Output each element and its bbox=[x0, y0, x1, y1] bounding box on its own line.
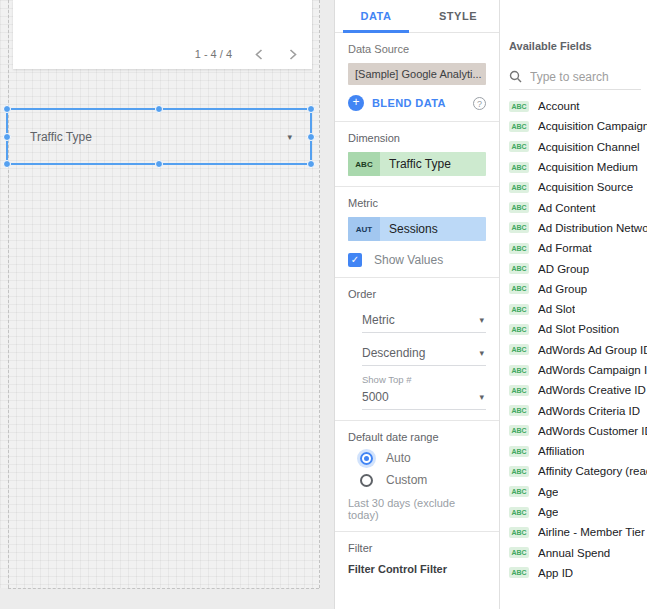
field-type-badge: ABC bbox=[509, 243, 529, 254]
report-canvas[interactable]: 1 - 4 / 4 Traffic Type ▾ bbox=[0, 0, 334, 609]
radio-auto-icon[interactable] bbox=[360, 452, 373, 465]
selection-handle-mid-right[interactable] bbox=[307, 133, 315, 141]
field-list-item[interactable]: ABC AdWords Customer ID bbox=[509, 421, 647, 441]
dropdown-caret-icon: ▾ bbox=[479, 315, 486, 325]
radio-auto-label: Auto bbox=[386, 451, 411, 465]
field-list-item[interactable]: ABC Acquisition Channel bbox=[509, 137, 647, 157]
filter-control-label: Traffic Type bbox=[30, 130, 92, 144]
date-range-summary: Last 30 days (exclude today) bbox=[348, 497, 486, 521]
field-list: ABC Account ABC Acquisition Campaign ABC… bbox=[509, 96, 647, 583]
chevron-right-icon[interactable] bbox=[286, 47, 300, 61]
filter-section: Filter Filter Control Filter bbox=[335, 532, 499, 585]
selection-handle-mid-left[interactable] bbox=[3, 133, 11, 141]
field-list-item[interactable]: ABC Affiliation bbox=[509, 441, 647, 461]
show-top-select[interactable]: 5000 ▾ bbox=[362, 385, 486, 410]
field-search-input[interactable] bbox=[530, 70, 641, 84]
field-type-badge: AUT bbox=[348, 217, 380, 241]
field-type-badge: ABC bbox=[509, 304, 529, 315]
selection-handle-bottom-mid[interactable] bbox=[155, 160, 163, 168]
dropdown-caret-icon[interactable]: ▾ bbox=[287, 132, 292, 142]
table-pagination: 1 - 4 / 4 bbox=[195, 47, 300, 61]
available-fields-title: Available Fields bbox=[509, 40, 647, 52]
tab-data[interactable]: DATA bbox=[335, 0, 417, 32]
field-list-item[interactable]: ABC Ad Slot bbox=[509, 299, 647, 319]
field-type-badge: ABC bbox=[509, 405, 529, 416]
available-fields-panel: Available Fields ABC Account ABC Acquisi… bbox=[500, 0, 647, 609]
metric-section: Metric AUT Sessions ✓ Show Values bbox=[335, 187, 499, 277]
selection-handle-top-left[interactable] bbox=[3, 105, 11, 113]
show-values-row: ✓ Show Values bbox=[348, 253, 486, 267]
page-boundary-left bbox=[8, 0, 9, 588]
field-type-badge: ABC bbox=[348, 152, 380, 176]
properties-panel: DATA STYLE Data Source [Sample] Google A… bbox=[334, 0, 500, 609]
dimension-chip-label: Traffic Type bbox=[380, 152, 486, 176]
search-icon bbox=[509, 70, 522, 83]
dimension-section: Dimension ABC Traffic Type bbox=[335, 122, 499, 186]
field-type-badge: ABC bbox=[509, 222, 529, 233]
field-type-badge: ABC bbox=[509, 446, 529, 457]
field-list-item[interactable]: ABC App ID bbox=[509, 563, 647, 583]
field-list-item[interactable]: ABC Affinity Category (reac... bbox=[509, 461, 647, 481]
show-values-checkbox[interactable]: ✓ bbox=[348, 253, 362, 267]
help-icon[interactable]: ? bbox=[473, 97, 486, 110]
data-source-label: Data Source bbox=[348, 43, 486, 55]
field-list-item[interactable]: ABC Acquisition Source bbox=[509, 177, 647, 197]
radio-custom-icon[interactable] bbox=[360, 474, 373, 487]
field-type-badge: ABC bbox=[509, 324, 529, 335]
metric-chip[interactable]: AUT Sessions bbox=[348, 217, 486, 241]
selection-handle-bottom-right[interactable] bbox=[307, 160, 315, 168]
order-label: Order bbox=[348, 288, 486, 300]
field-list-item[interactable]: ABC AdWords Campaign ID bbox=[509, 360, 647, 380]
selection-handle-bottom-left[interactable] bbox=[3, 160, 11, 168]
field-list-item[interactable]: ABC Airline - Member Tier bbox=[509, 522, 647, 542]
canvas-grid bbox=[0, 0, 320, 588]
field-type-badge: ABC bbox=[509, 527, 529, 538]
order-field-select[interactable]: Metric ▾ bbox=[362, 308, 486, 333]
field-list-item[interactable]: ABC AdWords Creative ID bbox=[509, 380, 647, 400]
plus-icon[interactable]: + bbox=[348, 95, 364, 111]
field-list-item[interactable]: ABC Age bbox=[509, 482, 647, 502]
field-list-item[interactable]: ABC Ad Group bbox=[509, 279, 647, 299]
metric-label: Metric bbox=[348, 197, 486, 209]
show-values-label: Show Values bbox=[374, 253, 443, 267]
field-type-badge: ABC bbox=[509, 162, 529, 173]
field-list-item[interactable]: ABC AdWords Criteria ID bbox=[509, 400, 647, 420]
filter-label: Filter bbox=[348, 542, 486, 554]
field-list-item[interactable]: ABC Age bbox=[509, 502, 647, 522]
field-list-item[interactable]: ABC AD Group bbox=[509, 258, 647, 278]
field-type-badge: ABC bbox=[509, 202, 529, 213]
show-top-value: 5000 bbox=[362, 390, 389, 404]
field-list-item[interactable]: ABC AdWords Ad Group ID bbox=[509, 340, 647, 360]
field-list-item[interactable]: ABC Acquisition Campaign bbox=[509, 116, 647, 136]
page-boundary-bottom bbox=[8, 588, 319, 589]
panel-tabs: DATA STYLE bbox=[335, 0, 499, 33]
field-list-item[interactable]: ABC Ad Format bbox=[509, 238, 647, 258]
selection-handle-top-right[interactable] bbox=[307, 105, 315, 113]
filter-control-traffic-type[interactable]: Traffic Type ▾ bbox=[6, 108, 312, 165]
pagination-label: 1 - 4 / 4 bbox=[195, 48, 232, 60]
field-type-badge: ABC bbox=[509, 101, 529, 112]
field-type-badge: ABC bbox=[509, 141, 529, 152]
data-source-chip[interactable]: [Sample] Google Analyti... bbox=[348, 63, 486, 85]
field-type-badge: ABC bbox=[509, 283, 529, 294]
tab-style[interactable]: STYLE bbox=[417, 0, 499, 32]
order-direction-select[interactable]: Descending ▾ bbox=[362, 341, 486, 366]
field-list-item[interactable]: ABC Acquisition Medium bbox=[509, 157, 647, 177]
field-type-badge: ABC bbox=[509, 385, 529, 396]
filter-control-filter-label: Filter Control Filter bbox=[348, 563, 486, 575]
order-section: Order Metric ▾ Descending ▾ Show Top # 5… bbox=[335, 278, 499, 420]
field-type-badge: ABC bbox=[509, 486, 529, 497]
field-list-item[interactable]: ABC Ad Slot Position bbox=[509, 319, 647, 339]
field-list-item[interactable]: ABC Ad Content bbox=[509, 197, 647, 217]
field-list-item[interactable]: ABC Ad Distribution Netwo... bbox=[509, 218, 647, 238]
chevron-left-icon[interactable] bbox=[252, 47, 266, 61]
field-list-item[interactable]: ABC Account bbox=[509, 96, 647, 116]
dimension-chip[interactable]: ABC Traffic Type bbox=[348, 152, 486, 176]
blend-data-button[interactable]: BLEND DATA bbox=[372, 97, 473, 109]
selection-handle-top-mid[interactable] bbox=[155, 105, 163, 113]
table-chart-card[interactable]: 1 - 4 / 4 bbox=[13, 0, 312, 69]
date-range-custom-row: Custom bbox=[360, 473, 486, 487]
order-direction-value: Descending bbox=[362, 346, 425, 360]
field-list-item[interactable]: ABC Annual Spend bbox=[509, 543, 647, 563]
date-range-section: Default date range Auto Custom Last 30 d… bbox=[335, 421, 499, 531]
